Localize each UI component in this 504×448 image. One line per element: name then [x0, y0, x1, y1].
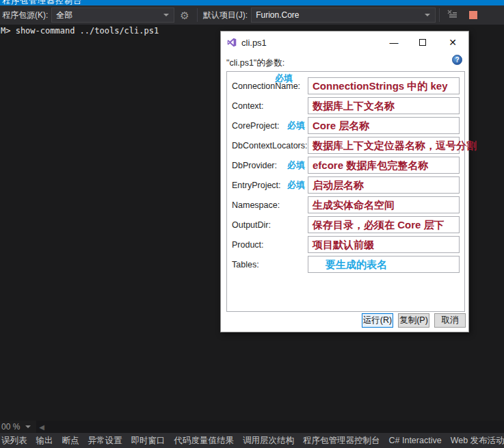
param-input[interactable]: efcore 数据库包完整名称 [308, 157, 460, 174]
copy-button[interactable]: 复制(P) [398, 313, 429, 328]
pmc-toolbar: 程序包源(K): 全部 ⚙ 默认项目(J): Furion.Core [0, 5, 504, 25]
param-row: Product: 项目默认前缀 [227, 236, 464, 253]
maximize-button[interactable] [415, 36, 430, 49]
params-panel: 必填 ConnectionName: ConnectionStrings 中的 … [226, 71, 465, 312]
bottom-panel-tab[interactable]: 输出 [36, 435, 53, 447]
maximize-icon [419, 39, 426, 46]
toolbar-separator [197, 8, 198, 22]
param-input[interactable]: ConnectionStrings 中的 key [308, 77, 460, 94]
dialog-buttons: 运行(R) 复制(P) 取消 [362, 313, 466, 328]
param-label-column: ConnectionName: [227, 81, 308, 91]
editor-zoom-row: 00 % ◀ [0, 421, 504, 433]
cancel-button[interactable]: 取消 [434, 313, 466, 328]
param-row: EntryProject: 必填 启动层名称 [227, 176, 464, 194]
scroll-left-icon[interactable]: ◀ [36, 423, 44, 431]
param-label: CoreProject: [232, 121, 279, 131]
help-icon[interactable]: ? [452, 55, 462, 65]
param-row: Tables: 要生成的表名 [227, 256, 464, 273]
param-row: CoreProject: 必填 Core 层名称 [227, 117, 464, 134]
bottom-panel-tab[interactable]: 异常设置 [88, 435, 122, 447]
param-value: ConnectionStrings 中的 key [308, 79, 448, 94]
param-input[interactable]: 启动层名称 [308, 176, 460, 194]
required-badge-above: 必填 [275, 73, 293, 85]
param-label-column: Namespace: [227, 200, 308, 210]
param-row: OutputDir: 保存目录，必须在 Core 层下 [227, 216, 464, 233]
dialog-title: cli.ps1 [241, 38, 267, 48]
param-label-column: OutputDir: [227, 220, 308, 230]
param-label: Namespace: [232, 200, 280, 210]
param-label: Tables: [232, 260, 259, 269]
param-label: DbContextLocators: [232, 141, 307, 150]
param-input[interactable]: 项目默认前缀 [308, 236, 460, 253]
param-value: 要生成的表名 [308, 257, 387, 272]
param-label-column: Product: [227, 240, 308, 250]
dialog-titlebar[interactable]: cli.ps1 [221, 31, 468, 53]
param-value: efcore 数据库包完整名称 [308, 158, 428, 173]
param-label: OutputDir: [232, 220, 271, 230]
param-input[interactable]: 生成实体命名空间 [308, 196, 460, 213]
param-value: 生成实体命名空间 [308, 198, 395, 213]
param-label-column: CoreProject: 必填 [227, 120, 308, 132]
bottom-panel-tab[interactable]: 代码度量值结果 [174, 435, 235, 447]
bottom-panel-tab[interactable]: C# Interactive [389, 436, 442, 445]
zoom-level[interactable]: 00 % [0, 422, 20, 432]
minimize-button[interactable]: — [386, 36, 401, 49]
required-badge: 必填 [287, 159, 305, 172]
param-input[interactable]: 数据库上下文定位器名称，逗号分割 [308, 137, 460, 154]
bottom-panel-tab[interactable]: 程序包管理器控制台 [303, 435, 380, 447]
bottom-panel-tab[interactable]: 误列表 [1, 435, 27, 447]
param-row: Namespace: 生成实体命名空间 [227, 196, 464, 213]
required-badge: 必填 [287, 120, 305, 132]
param-label-column: DbContextLocators: [227, 141, 308, 150]
close-button[interactable]: ✕ [445, 36, 460, 49]
stop-icon[interactable] [469, 11, 477, 19]
param-label: Product: [232, 240, 264, 250]
chevron-down-icon [163, 14, 169, 16]
param-label: DbProvider: [232, 161, 277, 170]
param-input[interactable]: 要生成的表名 [308, 256, 460, 273]
params-heading: "cli.ps1"的参数: [226, 57, 284, 69]
param-label: EntryProject: [232, 181, 281, 190]
bottom-panel-tab[interactable]: 断点 [62, 435, 79, 447]
gear-icon[interactable]: ⚙ [180, 10, 189, 21]
required-badge: 必填 [287, 179, 305, 192]
param-label-column: Tables: [227, 260, 308, 269]
default-project-dropdown[interactable]: Furion.Core [251, 8, 436, 23]
param-row: ConnectionName: ConnectionStrings 中的 key [227, 77, 464, 94]
toolbar-separator [439, 8, 440, 22]
param-value: 保存目录，必须在 Core 层下 [308, 218, 445, 233]
bottom-panel-tabs: 误列表 输出 断点 异常设置 即时窗口 代码度量值结果 调用层次结构 程序包管理… [0, 433, 504, 448]
param-row: DbProvider: 必填 efcore 数据库包完整名称 [227, 157, 464, 174]
tool-window-titlebar[interactable]: 程序包管理器控制台 [0, 0, 504, 5]
param-label-column: DbProvider: 必填 [227, 159, 308, 172]
param-value: Core 层名称 [308, 118, 369, 133]
package-source-value: 全部 [56, 10, 72, 21]
bottom-panel-tab[interactable]: 调用层次结构 [243, 435, 294, 447]
ide-root: { "window": { "titlebar_text": "程序包管理器控制… [0, 0, 504, 448]
run-button[interactable]: 运行(R) [362, 313, 393, 328]
clear-console-icon[interactable] [447, 10, 458, 21]
package-source-label: 程序包源(K): [0, 10, 51, 21]
bottom-panel-tab[interactable]: 即时窗口 [131, 435, 165, 447]
package-source-dropdown[interactable]: 全部 [51, 8, 174, 23]
chevron-down-icon[interactable] [25, 425, 31, 428]
visual-studio-icon [227, 38, 237, 47]
chevron-down-icon [425, 14, 430, 16]
param-input[interactable]: Core 层名称 [308, 117, 460, 134]
horizontal-scrollbar[interactable]: ◀ [36, 421, 504, 433]
tool-window-title: 程序包管理器控制台 [0, 0, 504, 5]
param-row: DbContextLocators: 数据库上下文定位器名称，逗号分割 [227, 137, 464, 154]
param-label: Context: [232, 101, 264, 111]
param-value: 数据库上下文定位器名称，逗号分割 [308, 138, 477, 153]
cli-ps1-dialog: cli.ps1 — ✕ "cli.ps1"的参数: ? 必填 Connectio… [220, 31, 469, 332]
param-value: 启动层名称 [308, 178, 364, 193]
bottom-panel-tab[interactable]: Web 发布活动 [451, 435, 504, 447]
param-label-column: Context: [227, 101, 308, 111]
param-input[interactable]: 保存目录，必须在 Core 层下 [308, 216, 460, 233]
param-input[interactable]: 数据库上下文名称 [308, 97, 460, 114]
param-value: 项目默认前缀 [308, 237, 374, 252]
default-project-label: 默认项目(J): [201, 10, 251, 21]
param-row: Context: 数据库上下文名称 [227, 97, 464, 114]
param-value: 数据库上下文名称 [308, 98, 395, 114]
default-project-value: Furion.Core [256, 10, 299, 20]
